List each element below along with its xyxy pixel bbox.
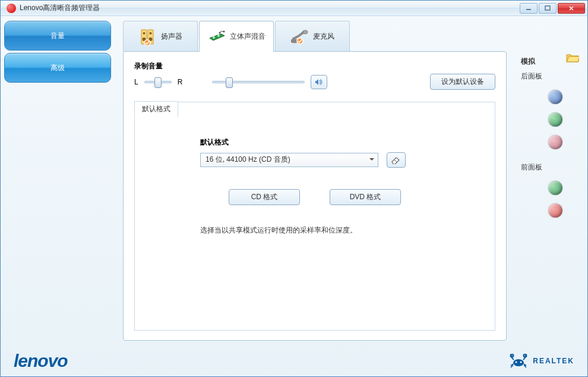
app-icon — [7, 4, 16, 13]
speaker-icon — [138, 27, 157, 46]
balance-right-label: R — [178, 78, 183, 86]
device-tab-microphone[interactable]: 麦克风 — [275, 21, 350, 52]
balance-slider[interactable] — [144, 81, 172, 83]
set-default-button[interactable]: 设为默认设备 — [430, 74, 495, 90]
recording-volume-section: 录制音量 L R — [134, 61, 495, 102]
window-controls — [519, 3, 585, 14]
jack-panel: 模拟 后面板 前面板 — [510, 16, 587, 345]
device-tabs: 扬声器 立体声混音 — [115, 21, 509, 52]
close-button[interactable] — [558, 3, 585, 14]
sidebar-tab-label: 高级 — [50, 63, 65, 73]
format-select[interactable]: 16 位, 44100 Hz (CD 音质) — [200, 153, 378, 167]
jack-front-green[interactable] — [548, 181, 562, 195]
device-tab-speakers[interactable]: 扬声器 — [123, 21, 198, 52]
sidebar-tab-advanced[interactable]: 高级 — [4, 53, 111, 83]
default-format-section: 默认格式 默认格式 16 位, 44100 Hz (CD 音质) — [134, 102, 495, 331]
stereo-mix-icon — [207, 27, 226, 46]
jack-front-red[interactable] — [548, 203, 562, 218]
device-tab-label: 立体声混音 — [230, 32, 265, 42]
format-description: 选择当以共享模式运行时使用的采样率和位深度。 — [200, 225, 429, 235]
recording-volume-title: 录制音量 — [134, 61, 495, 71]
realtek-crab-icon — [509, 354, 528, 368]
svg-point-8 — [150, 32, 152, 34]
main-area: 扬声器 立体声混音 — [115, 16, 510, 345]
microphone-icon — [290, 27, 309, 46]
connector-settings-button[interactable] — [566, 53, 579, 62]
window-title: Lenovo高清晰音频管理器 — [20, 3, 519, 13]
device-tab-label: 扬声器 — [161, 32, 182, 42]
balance-slider-thumb[interactable] — [154, 77, 162, 88]
lenovo-logo: lenovo — [14, 351, 68, 371]
title-bar[interactable]: Lenovo高清晰音频管理器 — [1, 1, 587, 16]
realtek-logo: REALTEK — [509, 354, 574, 368]
sidebar-tab-label: 音量 — [50, 31, 65, 41]
test-sound-button[interactable] — [311, 75, 327, 89]
minimize-button[interactable] — [520, 3, 538, 14]
folder-icon — [566, 53, 579, 62]
format-reset-button[interactable] — [387, 152, 406, 168]
device-tab-stereomix[interactable]: 立体声混音 — [199, 21, 274, 52]
format-selected-value: 16 位, 44100 Hz (CD 音质) — [206, 155, 290, 164]
balance-left-label: L — [134, 78, 138, 86]
format-section-label: 默认格式 — [200, 137, 429, 147]
svg-rect-1 — [545, 6, 550, 10]
sidebar-tab-volume[interactable]: 音量 — [4, 21, 111, 51]
volume-slider[interactable] — [212, 81, 304, 83]
dvd-format-button[interactable]: DVD 格式 — [330, 189, 401, 205]
svg-point-5 — [143, 32, 146, 34]
jack-rear-pink[interactable] — [548, 135, 562, 149]
cd-format-button[interactable]: CD 格式 — [229, 189, 300, 205]
svg-point-12 — [217, 34, 220, 37]
svg-point-13 — [219, 32, 221, 33]
speaker-play-icon — [314, 77, 324, 87]
svg-point-14 — [223, 30, 225, 32]
rear-panel-label: 后面板 — [521, 71, 587, 81]
svg-point-19 — [516, 362, 517, 363]
maximize-button[interactable] — [539, 3, 557, 14]
footer: lenovo REALTEK — [1, 345, 587, 376]
sidebar: 音量 高级 — [1, 16, 115, 345]
default-format-tab[interactable]: 默认格式 — [134, 101, 178, 117]
volume-slider-thumb[interactable] — [226, 77, 233, 88]
eraser-icon — [391, 156, 402, 164]
svg-point-11 — [213, 36, 215, 39]
settings-panel: 录制音量 L R — [123, 51, 507, 341]
svg-point-15 — [303, 30, 308, 34]
device-tab-label: 麦克风 — [313, 32, 334, 42]
app-window: Lenovo高清晰音频管理器 音量 高级 — [0, 0, 588, 377]
svg-point-20 — [520, 362, 522, 363]
front-panel-label: 前面板 — [521, 162, 587, 172]
jack-rear-blue[interactable] — [548, 90, 562, 104]
svg-point-18 — [513, 359, 524, 366]
jack-rear-green[interactable] — [548, 112, 562, 127]
